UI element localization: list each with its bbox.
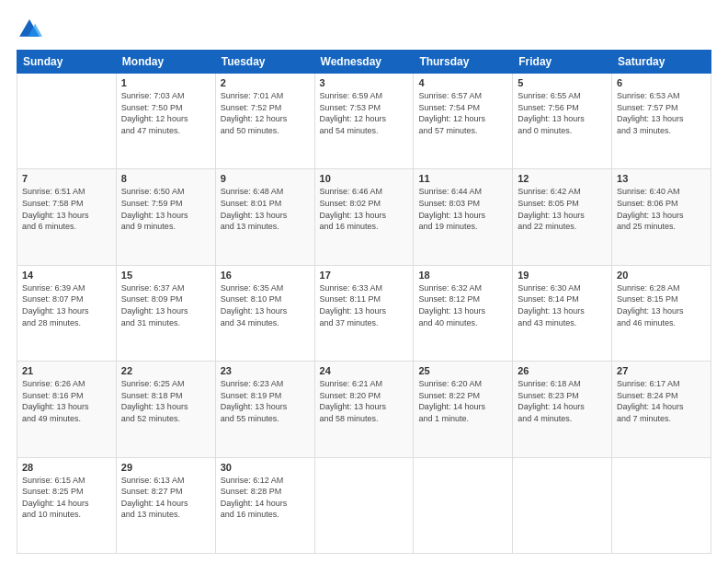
calendar-cell: 4Sunrise: 6:57 AMSunset: 7:54 PMDaylight… — [414, 74, 513, 169]
day-info: Sunrise: 6:33 AMSunset: 8:11 PMDaylight:… — [320, 282, 409, 328]
day-info: Sunrise: 6:42 AMSunset: 8:05 PMDaylight:… — [518, 186, 607, 232]
calendar-cell: 11Sunrise: 6:44 AMSunset: 8:03 PMDayligh… — [414, 169, 513, 265]
day-info: Sunrise: 6:28 AMSunset: 8:15 PMDaylight:… — [617, 282, 706, 328]
day-number: 23 — [221, 365, 310, 376]
day-number: 15 — [121, 270, 210, 281]
day-info: Sunrise: 6:15 AMSunset: 8:25 PMDaylight:… — [22, 475, 111, 521]
calendar-cell — [17, 74, 117, 169]
calendar-cell: 8Sunrise: 6:50 AMSunset: 7:59 PMDaylight… — [116, 169, 215, 265]
day-number: 1 — [121, 77, 210, 88]
day-number: 16 — [221, 270, 310, 281]
calendar-cell: 27Sunrise: 6:17 AMSunset: 8:24 PMDayligh… — [612, 362, 711, 457]
calendar-cell: 20Sunrise: 6:28 AMSunset: 8:15 PMDayligh… — [612, 265, 711, 361]
calendar-cell: 13Sunrise: 6:40 AMSunset: 8:06 PMDayligh… — [612, 169, 711, 265]
calendar-cell: 18Sunrise: 6:32 AMSunset: 8:12 PMDayligh… — [414, 265, 513, 361]
day-info: Sunrise: 6:25 AMSunset: 8:18 PMDaylight:… — [121, 378, 210, 424]
calendar-table: SundayMondayTuesdayWednesdayThursdayFrid… — [17, 50, 711, 554]
day-number: 29 — [121, 462, 210, 473]
calendar-cell — [513, 457, 612, 553]
day-info: Sunrise: 6:26 AMSunset: 8:16 PMDaylight:… — [22, 378, 111, 424]
day-info: Sunrise: 6:48 AMSunset: 8:01 PMDaylight:… — [221, 186, 310, 232]
calendar-cell: 9Sunrise: 6:48 AMSunset: 8:01 PMDaylight… — [215, 169, 314, 265]
calendar-cell: 10Sunrise: 6:46 AMSunset: 8:02 PMDayligh… — [314, 169, 414, 265]
day-info: Sunrise: 6:55 AMSunset: 7:56 PMDaylight:… — [518, 90, 607, 136]
day-info: Sunrise: 6:23 AMSunset: 8:19 PMDaylight:… — [221, 378, 310, 424]
day-info: Sunrise: 7:01 AMSunset: 7:52 PMDaylight:… — [221, 90, 310, 136]
calendar-cell: 17Sunrise: 6:33 AMSunset: 8:11 PMDayligh… — [314, 265, 414, 361]
day-number: 30 — [221, 462, 310, 473]
column-header-tuesday: Tuesday — [215, 51, 314, 74]
day-info: Sunrise: 6:46 AMSunset: 8:02 PMDaylight:… — [320, 186, 409, 232]
day-number: 4 — [418, 77, 507, 88]
column-header-thursday: Thursday — [414, 51, 513, 74]
calendar-cell: 23Sunrise: 6:23 AMSunset: 8:19 PMDayligh… — [215, 362, 314, 457]
day-number: 28 — [22, 462, 111, 473]
calendar-cell: 15Sunrise: 6:37 AMSunset: 8:09 PMDayligh… — [116, 265, 215, 361]
day-number: 17 — [320, 270, 409, 281]
day-info: Sunrise: 7:03 AMSunset: 7:50 PMDaylight:… — [121, 90, 210, 136]
calendar-cell: 12Sunrise: 6:42 AMSunset: 8:05 PMDayligh… — [513, 169, 612, 265]
day-number: 27 — [617, 365, 706, 376]
calendar-cell: 21Sunrise: 6:26 AMSunset: 8:16 PMDayligh… — [17, 362, 117, 457]
day-info: Sunrise: 6:57 AMSunset: 7:54 PMDaylight:… — [418, 90, 507, 136]
column-header-wednesday: Wednesday — [314, 51, 414, 74]
calendar-cell — [612, 457, 711, 553]
day-info: Sunrise: 6:39 AMSunset: 8:07 PMDaylight:… — [22, 282, 111, 328]
day-number: 14 — [22, 270, 111, 281]
day-number: 10 — [320, 173, 409, 184]
day-number: 22 — [121, 365, 210, 376]
column-header-saturday: Saturday — [612, 51, 711, 74]
column-header-friday: Friday — [513, 51, 612, 74]
day-info: Sunrise: 6:30 AMSunset: 8:14 PMDaylight:… — [518, 282, 607, 328]
day-number: 8 — [121, 173, 210, 184]
calendar-cell: 29Sunrise: 6:13 AMSunset: 8:27 PMDayligh… — [116, 457, 215, 553]
page-header — [17, 17, 711, 42]
calendar-cell: 14Sunrise: 6:39 AMSunset: 8:07 PMDayligh… — [17, 265, 117, 361]
calendar-cell: 19Sunrise: 6:30 AMSunset: 8:14 PMDayligh… — [513, 265, 612, 361]
calendar-cell: 16Sunrise: 6:35 AMSunset: 8:10 PMDayligh… — [215, 265, 314, 361]
calendar-cell: 25Sunrise: 6:20 AMSunset: 8:22 PMDayligh… — [414, 362, 513, 457]
day-number: 2 — [221, 77, 310, 88]
column-header-sunday: Sunday — [17, 51, 117, 74]
calendar-cell: 3Sunrise: 6:59 AMSunset: 7:53 PMDaylight… — [314, 74, 414, 169]
calendar-cell: 30Sunrise: 6:12 AMSunset: 8:28 PMDayligh… — [215, 457, 314, 553]
day-number: 7 — [22, 173, 111, 184]
day-info: Sunrise: 6:18 AMSunset: 8:23 PMDaylight:… — [518, 378, 607, 424]
calendar-cell: 5Sunrise: 6:55 AMSunset: 7:56 PMDaylight… — [513, 74, 612, 169]
day-info: Sunrise: 6:32 AMSunset: 8:12 PMDaylight:… — [418, 282, 507, 328]
day-info: Sunrise: 6:53 AMSunset: 7:57 PMDaylight:… — [617, 90, 706, 136]
day-number: 3 — [320, 77, 409, 88]
day-info: Sunrise: 6:40 AMSunset: 8:06 PMDaylight:… — [617, 186, 706, 232]
logo-icon — [17, 17, 42, 42]
calendar-cell: 22Sunrise: 6:25 AMSunset: 8:18 PMDayligh… — [116, 362, 215, 457]
day-info: Sunrise: 6:21 AMSunset: 8:20 PMDaylight:… — [320, 378, 409, 424]
day-number: 13 — [617, 173, 706, 184]
calendar-cell: 28Sunrise: 6:15 AMSunset: 8:25 PMDayligh… — [17, 457, 117, 553]
day-number: 6 — [617, 77, 706, 88]
day-number: 25 — [418, 365, 507, 376]
day-number: 5 — [518, 77, 607, 88]
day-number: 24 — [320, 365, 409, 376]
day-info: Sunrise: 6:59 AMSunset: 7:53 PMDaylight:… — [320, 90, 409, 136]
day-info: Sunrise: 6:35 AMSunset: 8:10 PMDaylight:… — [221, 282, 310, 328]
day-info: Sunrise: 6:37 AMSunset: 8:09 PMDaylight:… — [121, 282, 210, 328]
calendar-cell — [314, 457, 414, 553]
day-number: 19 — [518, 270, 607, 281]
day-info: Sunrise: 6:12 AMSunset: 8:28 PMDaylight:… — [221, 475, 310, 521]
calendar-cell: 24Sunrise: 6:21 AMSunset: 8:20 PMDayligh… — [314, 362, 414, 457]
day-number: 20 — [617, 270, 706, 281]
day-number: 26 — [518, 365, 607, 376]
calendar-cell — [414, 457, 513, 553]
day-info: Sunrise: 6:17 AMSunset: 8:24 PMDaylight:… — [617, 378, 706, 424]
calendar-cell: 2Sunrise: 7:01 AMSunset: 7:52 PMDaylight… — [215, 74, 314, 169]
day-number: 21 — [22, 365, 111, 376]
calendar-cell: 26Sunrise: 6:18 AMSunset: 8:23 PMDayligh… — [513, 362, 612, 457]
calendar-cell: 6Sunrise: 6:53 AMSunset: 7:57 PMDaylight… — [612, 74, 711, 169]
logo — [17, 17, 46, 42]
day-number: 9 — [221, 173, 310, 184]
day-number: 18 — [418, 270, 507, 281]
day-number: 11 — [418, 173, 507, 184]
day-info: Sunrise: 6:44 AMSunset: 8:03 PMDaylight:… — [418, 186, 507, 232]
calendar-cell: 1Sunrise: 7:03 AMSunset: 7:50 PMDaylight… — [116, 74, 215, 169]
day-info: Sunrise: 6:51 AMSunset: 7:58 PMDaylight:… — [22, 186, 111, 232]
